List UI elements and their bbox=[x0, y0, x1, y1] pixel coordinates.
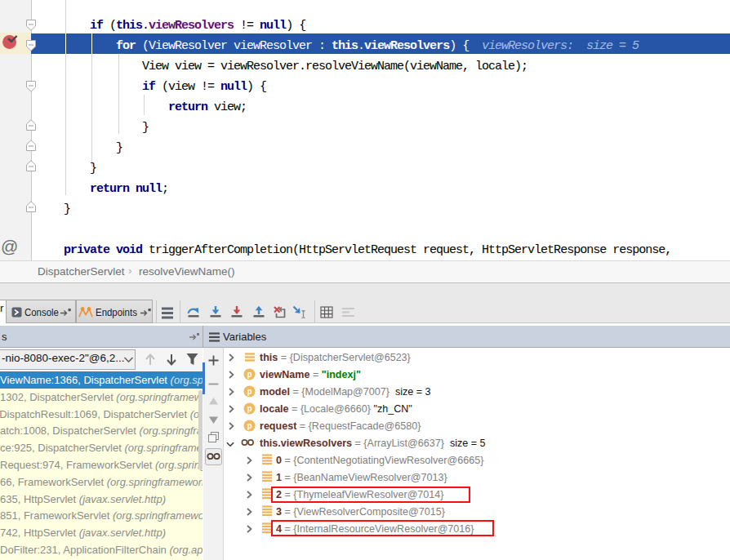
svg-text:p: p bbox=[247, 387, 251, 396]
svg-text:p: p bbox=[247, 421, 251, 430]
svg-text:p: p bbox=[247, 404, 251, 413]
svg-text:p: p bbox=[247, 370, 251, 379]
